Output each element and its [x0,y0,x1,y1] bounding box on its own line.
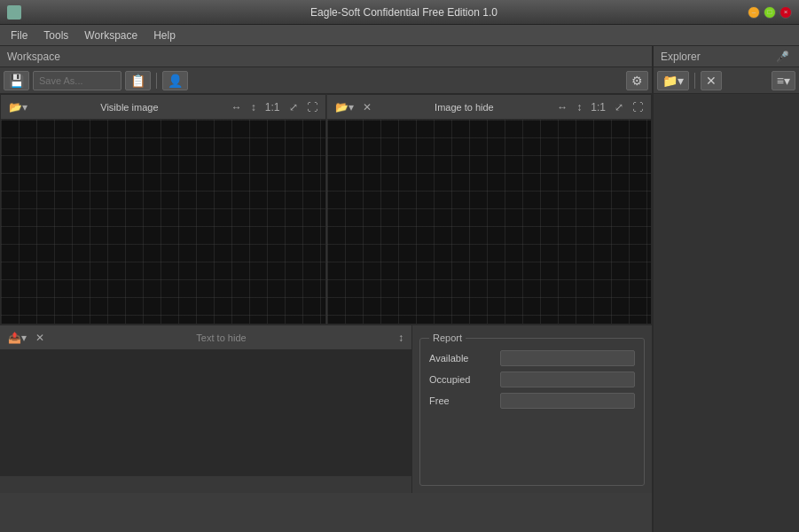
text-panel-title: Text to hide [51,332,392,343]
visible-expand-button[interactable]: ⛶ [304,100,320,114]
menu-help[interactable]: Help [146,27,183,43]
hide-image-panel: 📂▾ ✕ Image to hide ↔ ↕ 1:1 ⤢ ⛶ [326,94,653,325]
main-area: Workspace 💾 📋 👤 ⚙ 📂▾ Visible image ↔ ↕ 1… [0,46,799,532]
report-row-occupied: Occupied [429,372,635,387]
report-value-available [500,350,635,366]
report-label-occupied: Occupied [429,374,500,385]
visible-image-title: Visible image [34,102,225,113]
hide-height-button[interactable]: ↕ [574,100,584,114]
text-panel: 📤▾ ✕ Text to hide ↕ [0,325,412,493]
menu-file[interactable]: File [4,27,35,43]
text-arrow-button[interactable]: ↕ [396,331,406,345]
hide-image-title: Image to hide [378,102,552,113]
report-label-free: Free [429,395,500,406]
report-value-occupied [500,372,635,387]
visible-fit-button[interactable]: ⤢ [286,100,301,114]
report-label-available: Available [429,353,500,364]
explorer-label: Explorer [661,51,701,63]
explorer-header: Explorer 🎤 [654,46,799,67]
explorer-folder-button[interactable]: 📁▾ [657,71,689,90]
text-open-button[interactable]: 📤▾ [5,331,29,345]
report-legend: Report [429,332,466,343]
hide-image-canvas [327,120,652,324]
visible-ratio-button[interactable]: 1:1 [262,100,283,114]
hide-expand-button[interactable]: ⛶ [630,100,646,114]
hide-size-button[interactable]: ↔ [554,100,570,114]
visible-size-button[interactable]: ↔ [229,100,245,114]
menu-bar: File Tools Workspace Help [0,25,799,46]
report-row-available: Available [429,350,635,366]
bottom-area: 📤▾ ✕ Text to hide ↕ Report Available [0,325,652,493]
workspace-header: Workspace [0,46,652,67]
explorer-panel: Explorer 🎤 📁▾ ✕ ≡▾ [653,46,799,532]
settings-icon-button[interactable]: ⚙ [626,71,648,90]
report-panel: Report Available Occupied Free [412,325,652,493]
minimize-button[interactable]: – [748,6,760,19]
app-title: Eagle-Soft Confidential Free Edition 1.0 [60,6,748,19]
hide-ratio-button[interactable]: 1:1 [588,100,608,114]
window-controls: – □ × [748,6,792,19]
copy-icon-button[interactable]: 📋 [125,71,151,90]
toolbar-row: 💾 📋 👤 ⚙ [0,67,652,94]
menu-tools[interactable]: Tools [36,27,75,43]
report-value-free [500,393,635,409]
report-row-free: Free [429,393,635,409]
visible-image-panel-header: 📂▾ Visible image ↔ ↕ 1:1 ⤢ ⛶ [1,95,325,120]
report-box: Report Available Occupied Free [419,332,645,486]
visible-height-button[interactable]: ↕ [248,100,259,114]
hide-close-button[interactable]: ✕ [360,100,374,114]
explorer-close-button[interactable]: ✕ [701,71,722,90]
text-close-button[interactable]: ✕ [33,331,47,345]
explorer-mic-button[interactable]: 🎤 [773,50,792,64]
save-as-input[interactable] [33,71,121,90]
text-panel-footer [0,475,411,493]
explorer-content [654,94,799,532]
hide-image-panel-header: 📂▾ ✕ Image to hide ↔ ↕ 1:1 ⤢ ⛶ [327,95,652,120]
menu-workspace[interactable]: Workspace [77,27,145,43]
workspace-panel: Workspace 💾 📋 👤 ⚙ 📂▾ Visible image ↔ ↕ 1… [0,46,653,532]
hide-open-button[interactable]: 📂▾ [333,100,356,114]
toolbar-separator-1 [156,73,157,89]
maximize-button[interactable]: □ [764,6,776,19]
text-panel-header: 📤▾ ✕ Text to hide ↕ [0,325,411,350]
explorer-menu-button[interactable]: ≡▾ [772,71,795,90]
person-icon-button[interactable]: 👤 [162,71,188,90]
image-panels-row: 📂▾ Visible image ↔ ↕ 1:1 ⤢ ⛶ 📂▾ ✕ Image … [0,94,652,325]
workspace-label: Workspace [7,51,60,63]
save-icon-button[interactable]: 💾 [4,71,29,90]
visible-open-button[interactable]: 📂▾ [6,100,30,114]
hide-fit-button[interactable]: ⤢ [612,100,626,114]
visible-image-panel: 📂▾ Visible image ↔ ↕ 1:1 ⤢ ⛶ [0,94,326,325]
text-panel-content[interactable] [0,350,411,475]
app-icon [7,5,21,20]
explorer-toolbar-sep [694,73,695,89]
title-bar: Eagle-Soft Confidential Free Edition 1.0… [0,0,799,25]
visible-image-canvas [1,120,325,324]
close-button[interactable]: × [779,6,792,19]
explorer-toolbar: 📁▾ ✕ ≡▾ [654,67,799,94]
